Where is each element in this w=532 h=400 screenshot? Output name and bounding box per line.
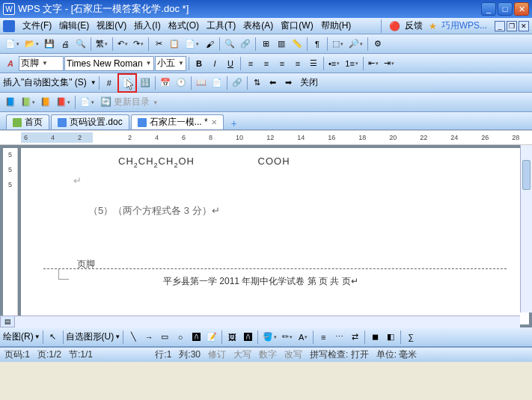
horizontal-ruler[interactable]: 64224681012141618202224262830323436 <box>0 130 532 145</box>
menu-tools[interactable]: 工具(T) <box>204 18 239 34</box>
show-next-button[interactable]: ➡ <box>281 76 296 90</box>
vtextbox-tool[interactable]: 📝 <box>204 330 219 345</box>
menu-table[interactable]: 表格(A) <box>240 18 276 34</box>
align-left[interactable]: ≡ <box>243 56 258 71</box>
page-content[interactable]: CH2CH2CH2OH COOH ↵ （5）（两个方程式各 3 分）↵ 页脚 平… <box>21 148 529 324</box>
size-select[interactable]: 小五▼ <box>155 56 186 71</box>
bullets-button[interactable]: •≡ <box>326 56 342 71</box>
footer-area[interactable]: 平乡县第一学 2011 年期中化学试卷 第 页 共 页↵ <box>43 268 507 288</box>
font-color[interactable]: A <box>296 330 311 345</box>
copy-button[interactable]: 📋 <box>167 37 182 52</box>
columns-button[interactable]: ▥ <box>274 37 289 52</box>
menu-window[interactable]: 窗口(W) <box>278 18 316 34</box>
feedback-link[interactable]: 反馈 <box>402 18 426 34</box>
font-select[interactable]: Times New Roman▼ <box>64 56 154 71</box>
find-button[interactable]: 🔍 <box>222 37 237 52</box>
show-hide-text[interactable]: 📄 <box>210 76 224 90</box>
undo-button[interactable]: ↶ <box>115 37 130 52</box>
autotext-label[interactable]: 插入"自动图文集" (S) <box>3 76 87 89</box>
cut-button[interactable]: ✂ <box>151 37 166 52</box>
status-track[interactable]: 修订 <box>208 348 226 361</box>
format-painter[interactable]: 🖌 <box>202 37 217 52</box>
status-spell[interactable]: 拼写检查: 打开 <box>310 348 369 361</box>
line-tool[interactable]: ╲ <box>126 330 141 345</box>
menu-view[interactable]: 视图(V) <box>94 18 129 34</box>
outline-insert[interactable]: 📄 <box>78 95 97 110</box>
page-setup-button[interactable]: 📖 <box>194 76 209 90</box>
fill-color[interactable]: 🪣 <box>260 330 279 345</box>
status-num[interactable]: 数字 <box>259 348 277 361</box>
arrow-style[interactable]: ⇄ <box>347 330 362 345</box>
close-button[interactable]: ✕ <box>514 2 529 16</box>
tab-home[interactable]: 首页 <box>6 114 49 129</box>
preview-button[interactable]: 🔍 <box>73 37 88 52</box>
zoom-button[interactable]: 🔎 <box>346 37 365 52</box>
bold-button[interactable]: B <box>192 56 207 71</box>
lang-button[interactable]: 繁 <box>94 37 110 52</box>
add-tab-button[interactable]: + <box>228 117 240 129</box>
redo-button[interactable]: ↷ <box>131 37 146 52</box>
outline-tool-3[interactable]: 📙 <box>38 95 53 110</box>
print-button[interactable]: 🖨 <box>58 37 73 52</box>
horizontal-scrollbar[interactable] <box>15 316 520 327</box>
outline-tool-1[interactable]: 📘 <box>3 95 18 110</box>
vertical-ruler[interactable]: 555 <box>3 148 18 324</box>
view-normal[interactable]: ▤ <box>0 316 15 327</box>
minimize-button[interactable]: _ <box>481 2 496 16</box>
menu-file[interactable]: 文件(F) <box>19 18 55 34</box>
menu-format[interactable]: 格式(O) <box>165 18 202 34</box>
align-justify[interactable]: ≡ <box>290 56 305 71</box>
numbering-button[interactable]: 1≡ <box>343 56 361 71</box>
draw-menu[interactable]: 绘图(R) <box>3 330 34 343</box>
oval-tool[interactable]: ○ <box>173 330 188 345</box>
table-button[interactable]: ⊞ <box>258 37 273 52</box>
tip-link[interactable]: 巧用WPS... <box>438 18 490 34</box>
tab-close-icon[interactable]: ✕ <box>211 118 217 126</box>
menu-insert[interactable]: 插入(I) <box>131 18 163 34</box>
mdi-minimize[interactable]: _ <box>495 21 505 31</box>
insert-page-number[interactable]: # <box>102 76 117 90</box>
open-button[interactable]: 📂 <box>22 37 41 52</box>
new-button[interactable]: 📄 <box>3 37 22 52</box>
menu-edit[interactable]: 编辑(E) <box>56 18 92 34</box>
textbox-tool[interactable]: 🅰 <box>189 330 204 345</box>
arrow-tool[interactable]: → <box>141 330 156 345</box>
indent-inc[interactable]: ⇥ <box>382 56 397 71</box>
link-button[interactable]: 🔗 <box>238 37 253 52</box>
select-button[interactable]: ⬚ <box>330 37 346 52</box>
switch-hf-button[interactable]: ⇅ <box>250 76 265 90</box>
insert-pic[interactable]: 🖼 <box>224 330 239 345</box>
dash-style[interactable]: ⋯ <box>331 330 346 345</box>
insert-pages-count[interactable]: 📄 <box>120 76 135 90</box>
status-over[interactable]: 改写 <box>284 348 302 361</box>
3d-tool[interactable]: ◧ <box>383 330 398 345</box>
status-caps[interactable]: 大写 <box>233 348 251 361</box>
show-prev-button[interactable]: ⬅ <box>266 76 281 90</box>
style-select[interactable]: 页脚▼ <box>19 56 64 71</box>
wordart-tool[interactable]: 🅰 <box>240 330 255 345</box>
mdi-close[interactable]: ✕ <box>519 21 529 31</box>
rect-tool[interactable]: ▭ <box>157 330 172 345</box>
select-objects[interactable]: ↖ <box>46 330 61 345</box>
link-prev-button[interactable]: 🔗 <box>230 76 245 90</box>
format-page-number[interactable]: 🔢 <box>138 76 153 90</box>
shadow-tool[interactable]: ◼ <box>367 330 382 345</box>
save-button[interactable]: 💾 <box>42 37 57 52</box>
ruler-button[interactable]: 📏 <box>290 37 305 52</box>
maximize-button[interactable]: □ <box>498 2 513 16</box>
equation-tool[interactable]: ∑ <box>403 330 418 345</box>
distributed[interactable]: ☰ <box>306 56 321 71</box>
underline-button[interactable]: U <box>223 56 238 71</box>
tab-doc1[interactable]: 页码设置.doc <box>51 114 129 129</box>
menu-help[interactable]: 帮助(H) <box>318 18 355 34</box>
align-center[interactable]: ≡ <box>259 56 274 71</box>
close-hf-button[interactable]: 关闭 <box>297 75 321 90</box>
vertical-scrollbar[interactable] <box>520 145 532 313</box>
outline-tool-4[interactable]: 📕 <box>54 95 73 110</box>
insert-time[interactable]: 🕐 <box>174 76 189 90</box>
toggle-para[interactable]: ¶ <box>310 37 325 52</box>
styles-button[interactable]: A <box>3 56 18 71</box>
line-style[interactable]: ≡ <box>316 330 331 345</box>
align-right[interactable]: ≡ <box>275 56 290 71</box>
update-toc-button[interactable]: 🔄 更新目录 ▼ <box>100 96 159 108</box>
